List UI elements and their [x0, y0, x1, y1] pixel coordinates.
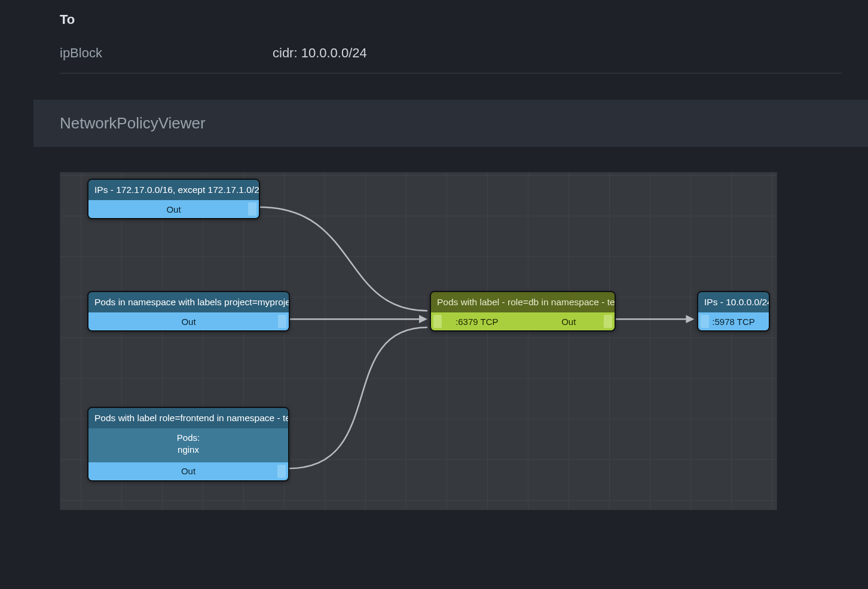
port-handle-icon[interactable]	[248, 203, 256, 216]
arrow-into-n4	[419, 315, 427, 323]
port-out[interactable]: Out	[88, 312, 289, 330]
edge-n3-n4	[289, 327, 427, 468]
node-title: Pods with label - role=db in namespace -…	[431, 292, 615, 312]
port-in[interactable]: :5978 TCP	[698, 312, 769, 330]
node-title: IPs - 10.0.0.0/24	[698, 292, 769, 312]
port-handle-icon[interactable]	[278, 315, 286, 328]
ipblock-row: ipBlock cidr: 10.0.0.0/24	[60, 39, 842, 67]
node-title: Pods in namespace with labels project=my…	[88, 292, 289, 312]
ipblock-key: ipBlock	[60, 45, 273, 61]
port-handle-icon[interactable]	[604, 315, 612, 328]
node-namespace-selector[interactable]: Pods in namespace with labels project=my…	[87, 291, 290, 332]
divider	[60, 73, 842, 73]
ipblock-value: cidr: 10.0.0.0/24	[273, 45, 367, 61]
viewer-section-header: NetworkPolicyViewer	[33, 100, 868, 147]
network-policy-canvas[interactable]: IPs - 172.17.0.0/16, except 172.17.1.0/2…	[60, 172, 777, 510]
node-title: IPs - 172.17.0.0/16, except 172.17.1.0/2…	[88, 180, 259, 200]
node-title: Pods with label role=frontend in namespa…	[88, 408, 288, 428]
node-body: Pods: nginx	[88, 428, 288, 462]
to-section: To ipBlock cidr: 10.0.0.0/24	[33, 0, 868, 73]
node-pod-selector-frontend[interactable]: Pods with label role=frontend in namespa…	[87, 407, 289, 481]
port-out[interactable]: Out	[523, 312, 615, 330]
arrow-into-n5	[686, 315, 694, 323]
port-handle-icon[interactable]	[701, 315, 709, 328]
node-ips-source[interactable]: IPs - 172.17.0.0/16, except 172.17.1.0/2…	[87, 179, 260, 219]
port-out[interactable]: Out	[88, 200, 259, 218]
node-ips-dest[interactable]: IPs - 10.0.0.0/24 :5978 TCP	[697, 291, 770, 332]
port-out[interactable]: Out	[88, 462, 288, 480]
port-in[interactable]: :6379 TCP	[431, 312, 523, 330]
viewer-title: NetworkPolicyViewer	[60, 114, 842, 133]
node-pod-selector-db[interactable]: Pods with label - role=db in namespace -…	[430, 291, 616, 332]
to-heading: To	[60, 12, 842, 27]
port-handle-icon[interactable]	[433, 315, 442, 328]
port-handle-icon[interactable]	[277, 465, 286, 478]
